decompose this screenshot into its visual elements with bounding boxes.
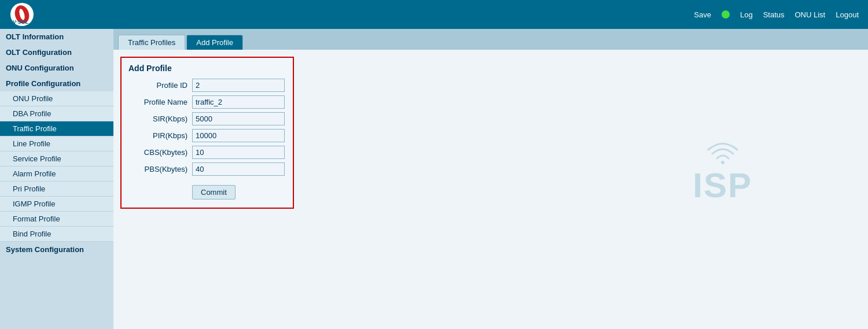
label-sir: SIR(Kbps)	[128, 114, 192, 123]
input-cbs[interactable]	[192, 146, 285, 159]
isp-watermark: ISP	[693, 142, 752, 205]
sidebar-item-format-profile[interactable]: Format Profile	[0, 212, 113, 227]
header: V·SOL Save Log Status ONU List Logout	[0, 0, 868, 29]
field-sir: SIR(Kbps)	[128, 112, 286, 125]
header-nav: Log Status ONU List Logout	[740, 10, 859, 19]
sidebar-item-pri-profile[interactable]: Pri Profile	[0, 182, 113, 197]
save-button[interactable]: Save	[694, 10, 711, 19]
input-pir[interactable]	[192, 129, 285, 142]
status-indicator	[722, 10, 730, 19]
field-profile-id: Profile ID	[128, 79, 286, 92]
logout-link[interactable]: Logout	[836, 10, 859, 19]
main-content: Add Profile Profile ID Profile Name SIR(…	[113, 50, 868, 329]
input-pbs[interactable]	[192, 162, 285, 176]
sidebar-item-igmp-profile[interactable]: IGMP Profile	[0, 197, 113, 212]
sidebar-item-service-profile[interactable]: Service Profile	[0, 151, 113, 167]
tab-add-profile[interactable]: Add Profile	[186, 35, 243, 50]
sidebar-item-onu-profile[interactable]: ONU Profile	[0, 91, 113, 106]
sidebar: OLT Information OLT Configuration ONU Co…	[0, 29, 113, 329]
sidebar-item-alarm-profile[interactable]: Alarm Profile	[0, 167, 113, 182]
sidebar-section-olt-config[interactable]: OLT Configuration	[0, 45, 113, 60]
sidebar-section-system-config[interactable]: System Configuration	[0, 242, 113, 257]
sidebar-item-traffic-profile[interactable]: Traffic Profile	[0, 121, 113, 136]
field-pbs: PBS(Kbytes)	[128, 162, 286, 176]
field-pir: PIR(Kbps)	[128, 129, 286, 142]
tab-traffic-profiles[interactable]: Traffic Profiles	[118, 35, 185, 50]
wifi-icon	[705, 142, 740, 165]
label-pir: PIR(Kbps)	[128, 131, 192, 140]
label-profile-id: Profile ID	[128, 81, 192, 90]
sidebar-section-onu-config[interactable]: ONU Configuration	[0, 60, 113, 76]
input-profile-name[interactable]	[192, 95, 285, 109]
isp-text: ISP	[693, 165, 752, 205]
label-pbs: PBS(Kbytes)	[128, 165, 192, 173]
commit-button[interactable]: Commit	[192, 185, 236, 199]
status-link[interactable]: Status	[763, 10, 785, 19]
add-profile-title: Add Profile	[128, 64, 286, 73]
log-link[interactable]: Log	[740, 10, 753, 19]
sidebar-section-profile-config[interactable]: Profile Configuration	[0, 76, 113, 91]
vsol-logo: V·SOL	[9, 2, 35, 27]
sidebar-item-line-profile[interactable]: Line Profile	[0, 136, 113, 151]
input-profile-id[interactable]	[192, 79, 285, 92]
input-sir[interactable]	[192, 112, 285, 125]
sidebar-section-olt-info[interactable]: OLT Information	[0, 29, 113, 45]
logo-area: V·SOL	[9, 2, 35, 27]
field-cbs: CBS(Kbytes)	[128, 146, 286, 159]
header-right: Save Log Status ONU List Logout	[694, 10, 859, 19]
sidebar-item-dba-profile[interactable]: DBA Profile	[0, 106, 113, 121]
sidebar-item-bind-profile[interactable]: Bind Profile	[0, 227, 113, 242]
field-profile-name: Profile Name	[128, 95, 286, 109]
tab-bar: Traffic Profiles Add Profile	[113, 29, 868, 50]
label-cbs: CBS(Kbytes)	[128, 148, 192, 157]
onu-list-link[interactable]: ONU List	[795, 10, 826, 19]
label-profile-name: Profile Name	[128, 98, 192, 106]
svg-point-4	[721, 161, 724, 164]
svg-text:V·SOL: V·SOL	[13, 19, 29, 25]
add-profile-form: Add Profile Profile ID Profile Name SIR(…	[120, 57, 294, 209]
